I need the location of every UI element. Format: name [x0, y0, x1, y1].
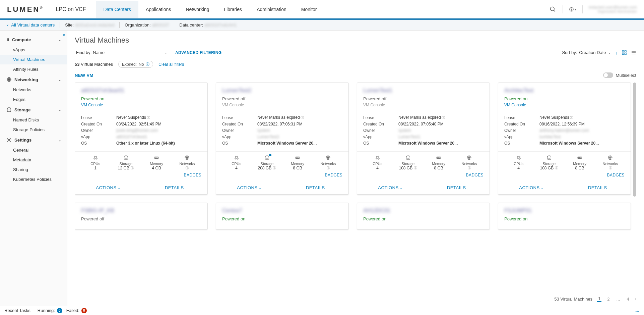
- nav-tab-monitor[interactable]: Monitor: [294, 1, 324, 18]
- svg-rect-20: [236, 157, 237, 158]
- info-icon[interactable]: ⓘ: [273, 166, 276, 170]
- page-1[interactable]: 1: [597, 296, 601, 302]
- vm-name[interactable]: a603107vh3ear01: [81, 88, 201, 94]
- vm-name[interactable]: FSJUMP01: [504, 208, 625, 214]
- os-value: Microsoft Windows Server 20...: [398, 141, 484, 146]
- sidebar-section-compute[interactable]: ⠿ Compute⌄: [0, 35, 67, 45]
- vm-name[interactable]: LumenTest2: [222, 88, 342, 94]
- info-icon[interactable]: ⓘ: [468, 166, 471, 170]
- nav-tab-applications[interactable]: Applications: [138, 1, 179, 18]
- sidebar-item-kubernetes-policies[interactable]: Kubernetes Policies: [0, 174, 67, 184]
- sidebar-item-storage-policies[interactable]: Storage Policies: [0, 125, 67, 135]
- clear-all-filters-link[interactable]: Clear all filters: [158, 62, 184, 67]
- actions-button[interactable]: ACTIONS⌄: [357, 181, 424, 194]
- sidebar-item-general[interactable]: General: [0, 145, 67, 155]
- vm-name[interactable]: LumenTest1: [363, 88, 484, 94]
- sidebar-item-networks[interactable]: Networks: [0, 85, 67, 95]
- vm-console-link[interactable]: VM Console: [504, 103, 625, 107]
- vapp-value: LumenTest2: [257, 135, 342, 139]
- lease-value: Never Marks as expiredⓘ: [398, 115, 484, 120]
- details-button[interactable]: DETAILS: [141, 181, 208, 194]
- info-icon[interactable]: ⓘ: [570, 116, 573, 119]
- recent-tasks-label[interactable]: Recent Tasks: [4, 308, 30, 313]
- details-button[interactable]: DETAILS: [282, 181, 349, 194]
- list-view-icon[interactable]: [631, 50, 636, 55]
- remove-filter-icon[interactable]: ⓧ: [146, 62, 149, 67]
- info-icon[interactable]: ⓘ: [442, 116, 445, 119]
- filter-chip-expired: Expired: No ⓧ: [118, 61, 153, 68]
- details-button[interactable]: DETAILS: [565, 181, 631, 194]
- vm-name[interactable]: ArchitecTest: [504, 88, 625, 94]
- sidebar-item-sharing[interactable]: Sharing: [0, 165, 67, 174]
- sidebar-item-vapps[interactable]: vApps: [0, 45, 67, 55]
- vm-status: Powered on: [222, 216, 342, 221]
- details-button[interactable]: DETAILS: [424, 181, 490, 194]
- help-icon[interactable]: ▾: [569, 6, 576, 13]
- sidebar-item-virtual-machines[interactable]: Virtual Machines: [0, 55, 67, 64]
- breadcrumb-all-vdcs[interactable]: All Virtual data centers: [11, 22, 55, 28]
- storage-icon: [546, 155, 552, 160]
- sidebar-collapse-icon[interactable]: «: [63, 33, 65, 37]
- sidebar-section-settings[interactable]: Settings⌄: [0, 135, 67, 145]
- back-chevron-icon[interactable]: ‹: [7, 22, 8, 28]
- svg-rect-25: [377, 157, 378, 158]
- user-menu[interactable]: redacted.user@lumen.com Organization Adm…: [589, 5, 637, 13]
- info-icon[interactable]: ⓘ: [186, 166, 189, 170]
- actions-button[interactable]: ACTIONS⌄: [75, 181, 141, 194]
- sidebar-section-storage[interactable]: Storage⌄: [0, 104, 67, 115]
- page-2[interactable]: 2: [606, 297, 610, 302]
- multiselect-toggle[interactable]: Multiselect: [603, 72, 636, 78]
- badges-link[interactable]: BADGES: [607, 173, 625, 177]
- sortby-dropdown[interactable]: Sort by: Creation Date ⌄: [561, 49, 611, 56]
- next-page-icon[interactable]: ›: [635, 297, 636, 302]
- page-ellipsis: ...: [616, 297, 621, 302]
- findby-dropdown[interactable]: Find by: Name ⌄: [75, 49, 169, 56]
- created-label: Created On: [504, 122, 539, 126]
- networks-stat: Networksⓘ: [455, 155, 484, 170]
- toggle-switch[interactable]: [603, 72, 613, 78]
- vm-name[interactable]: Centos7: [222, 208, 342, 214]
- vm-card: LumenTest2Powered offVM ConsoleLeaseNeve…: [216, 83, 349, 195]
- nav-tab-networking[interactable]: Networking: [178, 1, 216, 18]
- nav-tab-data-centers[interactable]: Data Centers: [96, 1, 138, 18]
- svg-point-31: [548, 156, 551, 157]
- scrollbar[interactable]: [633, 83, 636, 197]
- vapp-value: a603107vh3exd1: [116, 135, 201, 139]
- sidebar-section-networking[interactable]: Networking⌄: [0, 74, 67, 85]
- expand-tasks-icon[interactable]: ︽: [635, 308, 640, 314]
- search-icon[interactable]: [549, 6, 557, 13]
- actions-button[interactable]: ACTIONS⌄: [498, 181, 565, 194]
- main-header: LUMEN® LPC on VCF Data Centers Applicati…: [0, 0, 644, 18]
- info-icon[interactable]: ⓘ: [147, 116, 150, 119]
- info-icon[interactable]: ⓘ: [327, 166, 330, 170]
- sidebar-item-metadata[interactable]: Metadata: [0, 155, 67, 165]
- svg-line-1: [554, 10, 555, 11]
- advanced-filtering-link[interactable]: ADVANCED FILTERING: [175, 50, 221, 55]
- sidebar-item-edges[interactable]: Edges: [0, 95, 67, 104]
- sort-direction-icon[interactable]: ↓: [616, 50, 618, 55]
- info-icon[interactable]: ⓘ: [555, 166, 558, 170]
- info-icon[interactable]: ⓘ: [301, 116, 304, 119]
- grid-view-icon[interactable]: [622, 50, 627, 55]
- vm-name[interactable]: FSBIG-IP_KB: [81, 208, 201, 214]
- nav-tab-administration[interactable]: Administration: [249, 1, 294, 18]
- info-icon[interactable]: ⓘ: [609, 166, 612, 170]
- badges-link[interactable]: BADGES: [184, 173, 201, 177]
- os-label: OS: [81, 141, 116, 146]
- badges-link[interactable]: BADGES: [325, 173, 342, 177]
- page-4[interactable]: 4: [626, 297, 630, 302]
- actions-button[interactable]: ACTIONS⌄: [216, 181, 282, 194]
- nav-tab-libraries[interactable]: Libraries: [216, 1, 249, 18]
- info-icon[interactable]: ⓘ: [131, 166, 134, 170]
- vm-name[interactable]: AH12DC01: [363, 208, 484, 214]
- vm-card: a603107vh3ear01Powered onVM ConsoleLease…: [75, 83, 208, 195]
- svg-rect-8: [625, 51, 626, 52]
- vm-status: Powered on: [504, 96, 625, 101]
- vm-status: Powered off: [222, 96, 342, 101]
- vm-console-link[interactable]: VM Console: [81, 103, 201, 107]
- new-vm-button[interactable]: NEW VM: [75, 73, 93, 78]
- info-icon[interactable]: ⓘ: [414, 166, 417, 170]
- sidebar-item-affinity-rules[interactable]: Affinity Rules: [0, 64, 67, 74]
- badges-link[interactable]: BADGES: [466, 173, 484, 177]
- sidebar-item-named-disks[interactable]: Named Disks: [0, 115, 67, 125]
